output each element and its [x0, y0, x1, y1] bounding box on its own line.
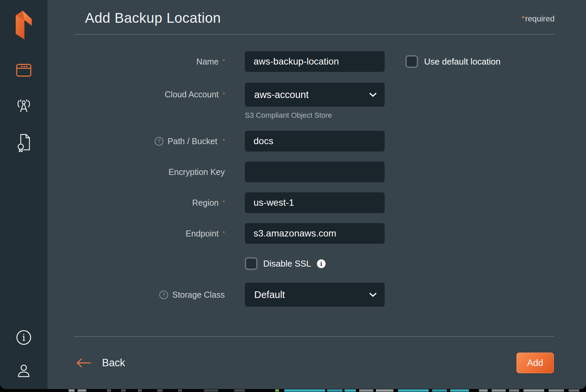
sidebar-footer: i — [16, 329, 32, 378]
endpoint-required-asterisk: * — [223, 230, 225, 236]
endpoint-label: Endpoint — [186, 229, 219, 238]
brand-logo[interactable] — [15, 10, 32, 41]
sidebar-item-profile[interactable] — [16, 364, 31, 378]
endpoint-row: Endpoint* — [74, 223, 586, 244]
user-icon — [16, 364, 31, 378]
noise-fragment — [327, 389, 343, 392]
noise-fragment — [523, 389, 544, 392]
svg-text:?: ? — [162, 292, 165, 298]
noise-fragment — [284, 389, 325, 392]
noise-fragment — [359, 389, 373, 392]
noise-fragment — [549, 389, 564, 392]
svg-text:i: i — [22, 332, 25, 343]
use-default-location-label: Use default location — [424, 57, 500, 67]
noise-fragment — [450, 389, 469, 392]
path-bucket-row: ? Path / Bucket* — [74, 131, 586, 152]
sidebar-item-activity[interactable] — [16, 98, 32, 113]
help-icon[interactable]: ? — [155, 137, 164, 146]
noise-fragment — [234, 389, 245, 392]
browser-window-icon — [16, 63, 31, 77]
noise-fragment — [479, 389, 488, 392]
license-document-icon — [16, 133, 31, 152]
info-filled-icon[interactable]: i — [317, 259, 326, 268]
sidebar-item-backup-locations[interactable] — [16, 63, 31, 77]
disable-ssl-label: Disable SSL — [263, 259, 311, 269]
region-row: Region* — [74, 192, 586, 213]
cloud-account-label: Cloud Account — [165, 90, 219, 99]
name-required-asterisk: * — [223, 59, 225, 65]
noise-fragment — [376, 389, 393, 392]
cloud-account-select[interactable]: aws-account — [245, 83, 385, 107]
page-title: Add Backup Location — [85, 10, 221, 26]
main-panel: Add Backup Location *required Name* Use … — [47, 0, 586, 389]
region-label: Region — [192, 198, 219, 208]
cloud-account-helper: S3 Compliant Object Store — [245, 111, 385, 120]
noise-fragment — [157, 389, 163, 392]
app-window: i Add Backup Location *required — [0, 0, 586, 389]
region-input[interactable] — [245, 192, 385, 213]
storage-class-value: Default — [254, 289, 285, 300]
noise-fragment — [138, 389, 142, 392]
storage-class-select[interactable]: Default — [245, 283, 385, 307]
noise-fragment — [204, 389, 218, 392]
sidebar: i — [0, 0, 47, 389]
add-button[interactable]: Add — [516, 353, 554, 373]
chevron-down-icon — [369, 293, 377, 297]
name-input[interactable] — [245, 51, 385, 72]
sidebar-item-info[interactable]: i — [16, 329, 32, 346]
svg-text:?: ? — [158, 138, 161, 144]
sidebar-item-license[interactable] — [16, 133, 31, 152]
arrow-left-icon — [75, 358, 91, 368]
cloud-account-required-asterisk: * — [223, 92, 225, 98]
noise-fragment — [492, 389, 506, 392]
encryption-key-input[interactable] — [245, 162, 385, 182]
required-note: *required — [522, 14, 555, 23]
name-row: Name* Use default location — [74, 51, 586, 72]
info-circle-icon: i — [16, 329, 32, 346]
name-label: Name — [196, 57, 219, 67]
storage-class-row: ? Storage Class Default — [74, 283, 586, 307]
ribbon-logo-icon — [15, 10, 32, 40]
page-header: Add Backup Location *required — [47, 0, 586, 26]
form-footer: Back Add — [47, 336, 586, 389]
noise-fragment — [275, 389, 279, 392]
encryption-key-row: Encryption Key — [74, 162, 586, 182]
disable-ssl-row: Disable SSL i — [74, 257, 586, 270]
noise-fragment — [569, 389, 579, 392]
use-default-location-checkbox[interactable] — [405, 55, 418, 68]
help-icon[interactable]: ? — [159, 290, 168, 299]
antenna-icon — [16, 98, 32, 113]
disable-ssl-checkbox[interactable] — [245, 257, 258, 270]
noise-fragment — [398, 389, 429, 392]
noise-fragment — [107, 389, 111, 392]
cloud-account-value: aws-account — [254, 89, 309, 100]
encryption-key-label: Encryption Key — [169, 167, 225, 177]
cloud-account-row: Cloud Account* aws-account S3 Compliant … — [74, 83, 586, 120]
noise-fragment — [509, 389, 519, 392]
path-bucket-label: Path / Bucket — [168, 136, 217, 146]
storage-class-label: Storage Class — [172, 290, 225, 300]
svg-text:i: i — [320, 260, 322, 267]
chevron-down-icon — [369, 93, 377, 97]
region-required-asterisk: * — [223, 200, 225, 206]
background-window-strip — [0, 389, 586, 392]
noise-fragment — [432, 389, 447, 392]
required-asterisk: * — [522, 14, 525, 23]
noise-fragment — [69, 389, 75, 392]
noise-fragment — [121, 389, 126, 392]
path-bucket-required-asterisk: * — [223, 138, 225, 144]
form: Name* Use default location Cloud Account… — [47, 35, 586, 317]
back-label: Back — [102, 357, 125, 369]
path-bucket-input[interactable] — [245, 131, 385, 152]
sidebar-nav — [16, 63, 32, 152]
noise-fragment — [345, 389, 356, 392]
noise-fragment — [178, 389, 182, 392]
endpoint-input[interactable] — [245, 223, 385, 244]
noise-fragment — [78, 389, 86, 392]
back-button[interactable]: Back — [75, 357, 125, 369]
